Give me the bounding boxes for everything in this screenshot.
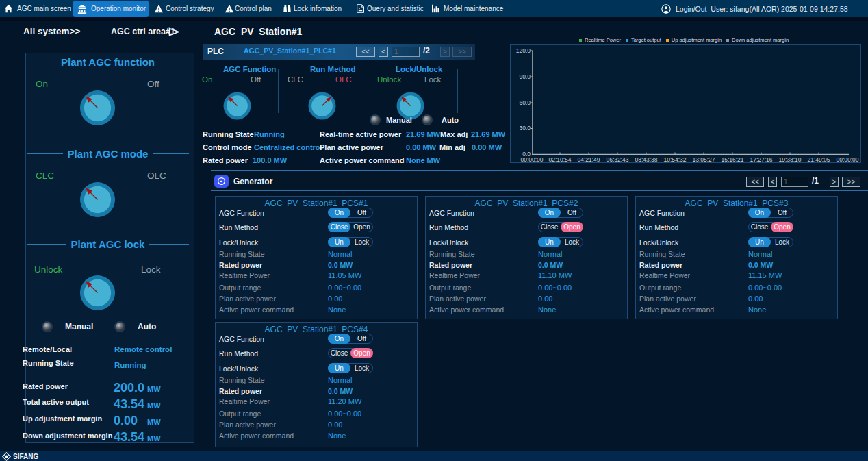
svg-text:06:32:43: 06:32:43 — [606, 156, 628, 162]
svg-text:00:00:00: 00:00:00 — [520, 156, 543, 162]
svg-text:17:27:16: 17:27:16 — [750, 156, 772, 162]
svg-text:10:54:32: 10:54:32 — [663, 156, 686, 162]
svg-text:21:49:05: 21:49:05 — [807, 156, 830, 162]
svg-text:60.0: 60.0 — [519, 99, 531, 106]
svg-text:15:16:21: 15:16:21 — [721, 156, 743, 162]
svg-text:30.0: 30.0 — [519, 125, 531, 132]
svg-text:19:38:10: 19:38:10 — [778, 156, 801, 162]
svg-text:90.0: 90.0 — [519, 73, 531, 80]
svg-text:04:21:49: 04:21:49 — [577, 156, 600, 162]
svg-text:13:05:27: 13:05:27 — [692, 156, 715, 162]
svg-text:120.0: 120.0 — [516, 47, 531, 54]
svg-text:00:00:00: 00:00:00 — [836, 156, 858, 162]
svg-text:08:43:38: 08:43:38 — [635, 156, 657, 162]
svg-text:02:10:54: 02:10:54 — [548, 156, 571, 162]
